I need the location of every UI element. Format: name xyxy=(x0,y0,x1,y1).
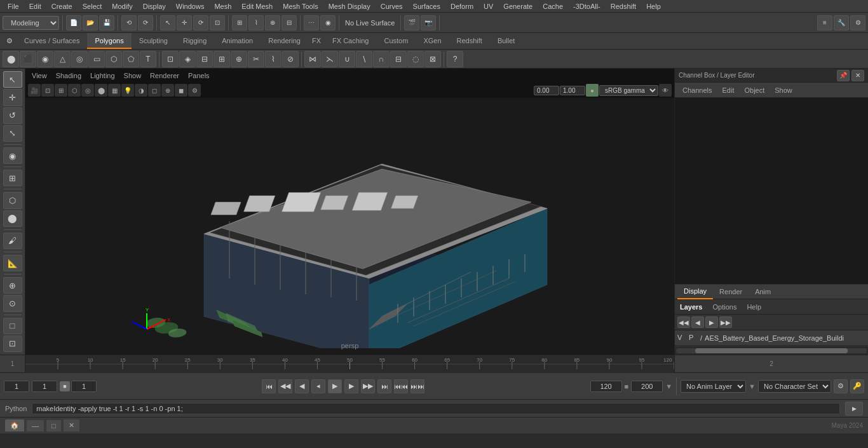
menu-windows[interactable]: Windows xyxy=(171,1,210,11)
menu-edit[interactable]: Edit xyxy=(24,1,46,11)
lasso-select-button[interactable]: ⬡ xyxy=(3,192,22,208)
anim-end-input[interactable] xyxy=(631,381,663,392)
shelf-boolean-intersect[interactable]: ∩ xyxy=(373,51,390,67)
shelf-bevel[interactable]: ◈ xyxy=(179,51,196,67)
shelf-disc[interactable]: ⬡ xyxy=(105,51,122,67)
vp-eye-btn[interactable]: 👁 xyxy=(659,84,672,97)
rp-channels-tab[interactable]: Channels xyxy=(677,83,717,98)
step-forward-button[interactable]: ▶▶ xyxy=(361,379,375,393)
soft-select-lt-button[interactable]: ◉ xyxy=(3,147,22,164)
no-anim-layer-dropdown[interactable]: No Anim Layer xyxy=(681,380,746,393)
rotate-tool[interactable]: ⟳ xyxy=(193,15,208,31)
shelf-text[interactable]: T xyxy=(140,51,156,67)
layers-scrollbar[interactable] xyxy=(675,346,868,355)
tab-xgen[interactable]: XGen xyxy=(416,33,449,49)
shelf-cone[interactable]: △ xyxy=(54,51,71,67)
undo-button[interactable]: ⟲ xyxy=(121,15,137,31)
shelf-separate[interactable]: ⋋ xyxy=(322,51,338,67)
new-scene-button[interactable]: 📄 xyxy=(66,15,81,31)
shelf-remesh[interactable]: ⊠ xyxy=(424,51,441,67)
vp-fit-btn[interactable]: ⊡ xyxy=(41,84,54,97)
snap-grid-button[interactable]: ⊞ xyxy=(232,15,247,31)
tab-polygons[interactable]: Polygons xyxy=(87,33,131,49)
attribute-editor-button[interactable]: 🔧 xyxy=(834,15,849,31)
pivot-button[interactable]: ⊙ xyxy=(3,295,22,311)
menu-3dtoall[interactable]: -3DtoAll- xyxy=(568,1,606,11)
render-region-button[interactable]: □ xyxy=(3,318,22,334)
shelf-torus[interactable]: ◎ xyxy=(71,51,88,67)
shelf-combine[interactable]: ⋈ xyxy=(304,51,321,67)
vp-shaded-btn[interactable]: ⬤ xyxy=(95,84,107,97)
rp-pin-button[interactable]: 📌 xyxy=(837,70,850,81)
open-scene-button[interactable]: 📂 xyxy=(83,15,98,31)
shelf-cylinder[interactable]: ◉ xyxy=(37,51,53,67)
move-mode-button[interactable]: ✛ xyxy=(3,89,22,105)
tab-settings-gear[interactable]: ⚙ xyxy=(3,33,17,49)
shelf-cube[interactable]: ⬛ xyxy=(20,51,36,67)
prev-frame-button[interactable]: ◀ xyxy=(295,379,309,393)
snap-button[interactable]: ⊕ xyxy=(3,277,22,294)
vp-lighting-menu[interactable]: Lighting xyxy=(86,71,119,81)
tab-fx[interactable]: FX xyxy=(308,33,325,49)
vp-grid-btn[interactable]: ⊞ xyxy=(55,84,67,97)
rp-edit-tab[interactable]: Edit xyxy=(717,83,739,98)
history-button[interactable]: ⋯ xyxy=(304,15,319,31)
move-tool[interactable]: ✛ xyxy=(177,15,192,31)
layers-tab[interactable]: Layers xyxy=(675,299,707,315)
channel-box-button[interactable]: ≡ xyxy=(817,15,832,31)
bottom-close-button[interactable]: ✕ xyxy=(64,419,79,431)
tab-redshift[interactable]: Redshift xyxy=(449,33,490,49)
tab-sculpting[interactable]: Sculpting xyxy=(132,33,175,49)
rotate-mode-button[interactable]: ↺ xyxy=(3,107,22,124)
menu-deform[interactable]: Deform xyxy=(445,1,478,11)
render-button[interactable]: 🎬 xyxy=(404,15,419,31)
shelf-platonic[interactable]: ⬠ xyxy=(123,51,139,67)
shelf-offset-loop[interactable]: ⊘ xyxy=(282,51,299,67)
timeline-ruler[interactable]: 5 10 15 20 25 30 35 40 45 50 55 60 65 xyxy=(25,355,674,373)
save-scene-button[interactable]: 💾 xyxy=(99,15,114,31)
tab-rigging[interactable]: Rigging xyxy=(175,33,214,49)
current-frame-input[interactable] xyxy=(4,381,29,392)
snap-point-button[interactable]: ⊕ xyxy=(265,15,280,31)
scale-mode-button[interactable]: ⤡ xyxy=(3,125,22,142)
menu-uv[interactable]: UV xyxy=(478,1,498,11)
scale-tool[interactable]: ⊡ xyxy=(210,15,225,31)
tool-settings-button[interactable]: ⚙ xyxy=(850,15,865,31)
bottom-home-tab[interactable]: 🏠 xyxy=(5,419,24,431)
vp-shading-menu[interactable]: Shading xyxy=(52,71,85,81)
tab-custom[interactable]: Custom xyxy=(377,33,416,49)
layer-forward-button[interactable]: ▶ xyxy=(705,316,718,328)
shelf-append-poly[interactable]: ⊕ xyxy=(231,51,247,67)
scroll-track[interactable] xyxy=(676,348,867,353)
char-set-settings-button[interactable]: ⚙ xyxy=(834,379,848,393)
help-tab[interactable]: Help xyxy=(742,299,766,315)
vp-show-menu[interactable]: Show xyxy=(120,71,146,81)
anim-start-frame[interactable] xyxy=(71,381,97,392)
menu-edit-mesh[interactable]: Edit Mesh xyxy=(236,1,278,11)
rp-close-button[interactable]: ✕ xyxy=(851,70,864,81)
menu-file[interactable]: File xyxy=(3,1,24,11)
next-frame-button[interactable]: ▶ xyxy=(344,379,358,393)
layer-p-flag[interactable]: P xyxy=(689,334,698,343)
menu-modify[interactable]: Modify xyxy=(107,1,137,11)
vp-panels-menu[interactable]: Panels xyxy=(184,71,214,81)
shelf-boolean-union[interactable]: ∪ xyxy=(339,51,355,67)
show-manipulator-button[interactable]: ⊞ xyxy=(3,170,22,186)
vp-smooth-btn[interactable]: ◎ xyxy=(81,84,94,97)
go-to-end-button[interactable]: ⏭ xyxy=(377,379,391,393)
menu-mesh-display[interactable]: Mesh Display xyxy=(323,1,376,11)
shelf-extrude[interactable]: ⊡ xyxy=(162,51,179,67)
menu-surfaces[interactable]: Surfaces xyxy=(408,1,445,11)
rp-show-tab[interactable]: Show xyxy=(770,83,797,98)
rp-display-tab[interactable]: Display xyxy=(677,284,713,299)
vp-color-mode-btn[interactable]: ● xyxy=(586,84,599,97)
frame-step-input[interactable] xyxy=(32,381,57,392)
tab-bullet[interactable]: Bullet xyxy=(490,33,523,49)
shelf-mirror[interactable]: ⊟ xyxy=(390,51,407,67)
layer-v-flag[interactable]: V xyxy=(677,334,686,343)
menu-mesh[interactable]: Mesh xyxy=(209,1,236,11)
vp-gamma-dropdown[interactable]: sRGB gamma xyxy=(599,85,658,96)
shelf-bridge[interactable]: ⊟ xyxy=(196,51,213,67)
scroll-thumb[interactable] xyxy=(695,348,848,353)
script-execute-button[interactable]: ▶ xyxy=(845,402,863,416)
